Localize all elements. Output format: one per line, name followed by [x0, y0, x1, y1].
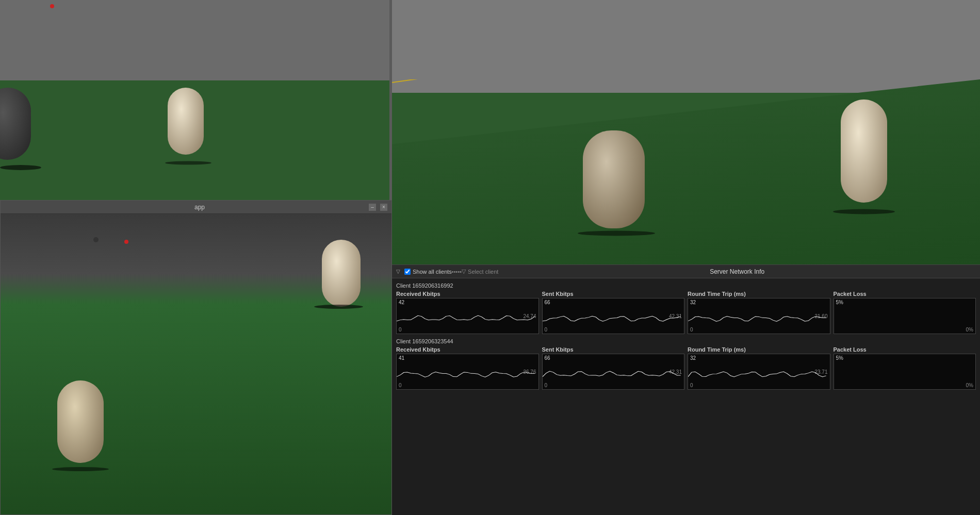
capsule-bl-right: [322, 240, 361, 307]
chart-svg-0-1: [543, 298, 684, 334]
metric-chart-1-1: 6642.310: [542, 354, 685, 390]
collapse-icon[interactable]: ▽: [396, 269, 400, 274]
metrics-row-0: Received Kbitps4224.740Sent Kbitps6642.3…: [396, 291, 976, 334]
metric-chart-1-3: 5%0%: [834, 354, 976, 390]
client-section-1: Client 1659206323544Received Kbitps4126.…: [396, 338, 976, 390]
metric-label-0-0: Received Kbitps: [396, 291, 539, 297]
metric-box-1-3: Packet Loss5%0%: [834, 346, 976, 390]
dots-separator: •••••: [452, 269, 462, 275]
chart-svg-1-3: [834, 354, 976, 389]
shadow-tr-right: [833, 209, 895, 214]
window-controls: – ×: [369, 204, 387, 211]
window-title: app: [30, 204, 369, 211]
metric-label-0-3: Packet Loss: [834, 291, 976, 297]
shadow-tr-center: [578, 231, 655, 236]
close-button[interactable]: ×: [380, 204, 387, 211]
client-title-0: Client 1659206316992: [396, 283, 976, 289]
shadow-bl-right: [314, 305, 363, 309]
metric-chart-1-0: 4126.760: [396, 354, 539, 390]
client-title-1: Client 1659206323544: [396, 338, 976, 344]
metric-chart-0-2: 3221.600: [688, 298, 830, 334]
main-container: app – × ▽: [0, 0, 980, 515]
client-section-0: Client 1659206316992Received Kbitps4224.…: [396, 283, 976, 334]
chart-svg-0-3: [834, 298, 976, 334]
metric-box-1-2: Round Time Trip (ms)3223.710: [688, 346, 830, 390]
show-all-clients-checkbox[interactable]: Show all clients: [404, 269, 452, 275]
capsule-bl-center: [57, 380, 104, 463]
chart-svg-1-1: [543, 354, 684, 389]
metric-label-1-1: Sent Kbitps: [542, 346, 685, 353]
metric-box-0-1: Sent Kbitps6642.310: [542, 291, 685, 334]
metric-chart-0-0: 4224.740: [396, 298, 539, 334]
window-content: [1, 214, 391, 514]
metric-label-1-0: Received Kbitps: [396, 346, 539, 353]
chart-svg-1-2: [688, 354, 830, 389]
capsule-tr-center: [583, 130, 645, 228]
metrics-row-1: Received Kbitps4126.760Sent Kbitps6642.3…: [396, 346, 976, 390]
metric-box-0-2: Round Time Trip (ms)3221.600: [688, 291, 830, 334]
select-client-triangle: ▽: [462, 268, 466, 275]
chart-svg-0-0: [397, 298, 538, 334]
window-frame: app – ×: [0, 200, 392, 515]
red-dot-tl: [50, 4, 54, 8]
metric-label-0-2: Round Time Trip (ms): [688, 291, 830, 297]
chart-svg-0-2: [688, 298, 830, 334]
panel-title: Server Network Info: [498, 268, 976, 275]
show-all-clients-label: Show all clients: [413, 269, 452, 275]
select-client-label: Select client: [468, 269, 498, 275]
minimize-button[interactable]: –: [369, 204, 376, 211]
shadow-bl-center: [52, 467, 109, 471]
metric-label-0-1: Sent Kbitps: [542, 291, 685, 297]
metric-box-1-0: Received Kbitps4126.760: [396, 346, 539, 390]
red-dot-bl: [124, 240, 128, 244]
edge-line-tr: [392, 79, 980, 264]
metric-box-0-3: Packet Loss5%0%: [834, 291, 976, 334]
select-client-control[interactable]: ▽ Select client: [462, 268, 498, 275]
metric-box-1-1: Sent Kbitps6642.310: [542, 346, 685, 390]
viewport-top-right: [392, 0, 980, 264]
viewport-top-left: [0, 0, 389, 201]
metric-box-0-0: Received Kbitps4224.740: [396, 291, 539, 334]
panel-body: Client 1659206316992Received Kbitps4224.…: [392, 278, 980, 396]
window-titlebar: app – ×: [1, 201, 391, 214]
chart-svg-1-0: [397, 354, 538, 389]
capsule-center: [168, 88, 204, 155]
metric-label-1-3: Packet Loss: [834, 346, 976, 353]
capsule-tr-right: [841, 99, 887, 203]
shadow-center: [165, 161, 211, 164]
metric-label-1-2: Round Time Trip (ms): [688, 346, 830, 353]
metric-chart-1-2: 3223.710: [688, 354, 830, 390]
show-all-clients-input[interactable]: [404, 269, 411, 275]
network-panel: ▽ Show all clients ••••• ▽ Select client…: [392, 264, 980, 515]
network-panel-header: ▽ Show all clients ••••• ▽ Select client…: [392, 265, 980, 278]
small-dot-bl: [93, 237, 99, 242]
capsule-shadow-left: [0, 165, 41, 170]
metric-chart-0-1: 6642.310: [542, 298, 685, 334]
capsule-dark-left: [0, 88, 31, 160]
metric-chart-0-3: 5%0%: [834, 298, 976, 334]
